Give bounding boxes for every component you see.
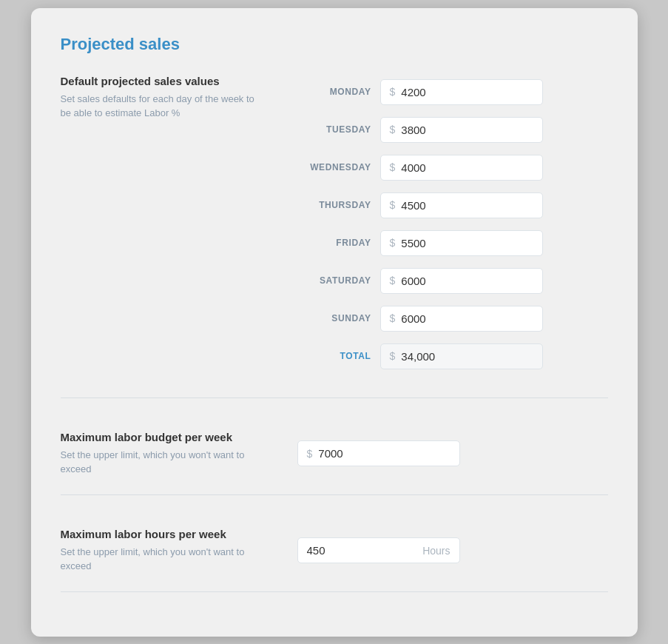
projected-sales-title: Default projected sales values [61,75,268,87]
projected-sales-desc: Set sales defaults for each day of the w… [61,92,268,121]
labor-hours-title: Maximum labor hours per week [61,528,268,540]
labor-hours-field: Hours [297,537,608,563]
sunday-input[interactable] [401,312,533,325]
divider-3 [61,591,608,592]
saturday-label: SATURDAY [297,275,371,286]
wednesday-currency: $ [390,161,396,173]
monday-input[interactable] [401,86,533,98]
wednesday-input[interactable] [401,161,533,174]
page-title: Projected sales [61,35,608,54]
total-row: TOTAL $ [297,339,608,374]
wednesday-input-wrapper: $ [380,155,543,181]
friday-currency: $ [390,237,396,249]
tuesday-input[interactable] [401,124,533,136]
tuesday-label: TUESDAY [297,124,371,135]
divider-2 [61,494,608,495]
sunday-currency: $ [390,312,396,324]
labor-budget-info: Maximum labor budget per week Set the up… [61,431,268,477]
saturday-input-wrapper: $ [380,268,543,294]
thursday-input-wrapper: $ [380,192,543,218]
labor-budget-section: Maximum labor budget per week Set the up… [61,416,608,492]
main-card: Projected sales Default projected sales … [31,8,638,637]
sunday-row: SUNDAY $ [297,301,608,336]
total-input [401,350,533,363]
saturday-row: SATURDAY $ [297,264,608,298]
hours-unit-label: Hours [422,545,450,557]
friday-label: FRIDAY [297,238,371,248]
divider-1 [61,398,608,398]
labor-hours-input[interactable] [307,544,351,557]
tuesday-row: TUESDAY $ [297,113,608,147]
labor-budget-title: Maximum labor budget per week [61,431,268,443]
friday-input[interactable] [401,237,533,249]
thursday-label: THURSDAY [297,200,371,210]
friday-row: FRIDAY $ [297,226,608,261]
thursday-input[interactable] [401,199,533,212]
labor-budget-field: $ [297,440,608,466]
wednesday-label: WEDNESDAY [297,162,371,172]
tuesday-input-wrapper: $ [380,117,543,143]
sunday-input-wrapper: $ [380,306,543,332]
wednesday-row: WEDNESDAY $ [297,150,608,185]
total-currency: $ [390,350,396,362]
monday-input-wrapper: $ [380,79,543,105]
monday-row: MONDAY $ [297,75,608,110]
labor-hours-section: Maximum labor hours per week Set the upp… [61,513,608,588]
total-label: TOTAL [297,351,371,361]
saturday-input[interactable] [401,275,533,287]
labor-hours-info: Maximum labor hours per week Set the upp… [61,528,268,574]
monday-label: MONDAY [297,87,371,97]
labor-budget-desc: Set the upper limit, which you won't wan… [61,448,268,477]
labor-hours-desc: Set the upper limit, which you won't wan… [61,545,268,574]
labor-budget-currency: $ [307,448,313,460]
saturday-currency: $ [390,275,396,286]
friday-input-wrapper: $ [380,230,543,256]
tuesday-currency: $ [390,124,396,135]
projected-sales-fields: MONDAY $ TUESDAY $ WEDNESDAY $ [297,75,608,374]
sunday-label: SUNDAY [297,313,371,323]
thursday-row: THURSDAY $ [297,188,608,223]
labor-budget-input[interactable] [318,447,450,460]
projected-sales-info: Default projected sales values Set sales… [61,75,268,121]
labor-hours-input-wrapper: Hours [297,537,460,563]
thursday-currency: $ [390,199,396,211]
total-input-wrapper: $ [380,343,543,369]
monday-currency: $ [390,86,396,98]
projected-sales-section: Default projected sales values Set sales… [61,75,608,395]
labor-budget-input-wrapper: $ [297,440,460,466]
